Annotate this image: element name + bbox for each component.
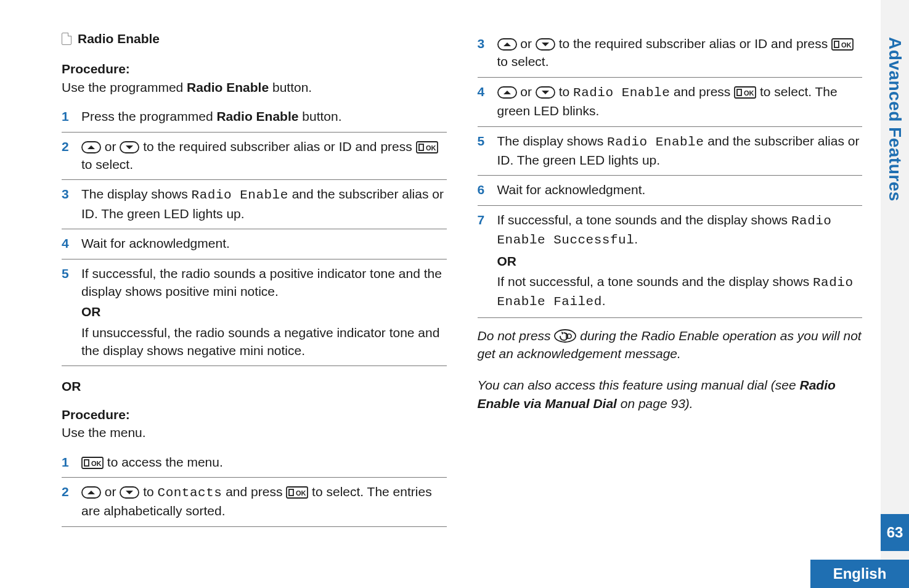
step-text: to the required subscriber alias or ID a… — [555, 36, 831, 51]
step-text: to — [555, 84, 573, 99]
up-arrow-key-icon — [81, 141, 101, 153]
procedure-lead: Use the programmed Radio Enable button. — [62, 78, 447, 96]
step-text: If not successful, a tone sounds and the… — [497, 274, 813, 288]
step-number: 7 — [478, 211, 489, 311]
procedure-lead: Use the menu. — [62, 423, 447, 441]
step-body: If successful, the radio sounds a positi… — [81, 264, 447, 360]
step-text: or — [101, 484, 120, 499]
step-text: button. — [298, 109, 341, 123]
note-paragraph: Do not press during the Radio Enable ope… — [478, 327, 863, 363]
step: 3 The display shows Radio Enable and the… — [62, 179, 447, 229]
note-text: You can also access this feature using m… — [478, 378, 800, 392]
language-label: English — [810, 560, 909, 588]
section-heading: Radio Enable — [62, 30, 447, 47]
left-column: Radio Enable Procedure: Use the programm… — [62, 30, 447, 570]
ok-key-icon — [734, 86, 756, 99]
ok-key-icon — [416, 141, 438, 153]
step: 2 or to the required subscriber alias or… — [62, 132, 447, 180]
step-text: or — [517, 84, 536, 99]
ok-key-icon — [831, 38, 854, 51]
procedure-label: Procedure: — [62, 406, 447, 423]
or-text: OR — [497, 252, 863, 270]
step-number: 2 — [62, 483, 73, 520]
step-mono: Radio Enable — [573, 86, 670, 100]
step-text: to select. — [81, 157, 133, 171]
lead-text: Use the programmed — [62, 80, 187, 94]
step-text: If unsuccessful, the radio sounds a nega… — [81, 324, 447, 360]
step-body: or to the required subscriber alias or I… — [497, 35, 863, 71]
step-text: to — [139, 484, 157, 499]
or-separator: OR — [62, 377, 447, 395]
step-number: 1 — [62, 107, 73, 125]
step-mono: Contacts — [158, 486, 222, 500]
step: 3 or to the required subscriber alias or… — [478, 30, 863, 77]
step: 1 Press the programmed Radio Enable butt… — [62, 102, 447, 131]
step-number: 2 — [62, 137, 73, 174]
step-text: and press — [670, 84, 734, 99]
step-body: If successful, a tone sounds and the dis… — [497, 211, 863, 311]
step-number: 5 — [478, 132, 489, 169]
step-text: to select. — [497, 54, 549, 68]
step-text-line: If not successful, a tone sounds and the… — [497, 272, 863, 311]
step-number: 4 — [62, 234, 73, 252]
ok-key-icon — [81, 457, 104, 469]
step-text: . — [602, 293, 606, 308]
down-arrow-key-icon — [120, 141, 139, 153]
step: 5 The display shows Radio Enable and the… — [478, 126, 863, 176]
step: 4 or to Radio Enable and press to select… — [478, 77, 863, 126]
step-text: to access the menu. — [104, 455, 223, 469]
step-text: Wait for acknowledgment. — [497, 182, 646, 197]
step-body: Press the programmed Radio Enable button… — [81, 107, 447, 125]
step: 5 If successful, the radio sounds a posi… — [62, 259, 447, 367]
step-text: Wait for acknowledgment. — [81, 236, 230, 250]
page-number: 63 — [881, 514, 909, 551]
step-text: If successful, a tone sounds and the dis… — [497, 213, 791, 227]
step-mono: Radio Enable — [607, 135, 704, 149]
document-icon — [62, 33, 71, 45]
heading-text: Radio Enable — [78, 30, 160, 47]
step-number: 4 — [478, 83, 489, 120]
step-body: to access the menu. — [81, 453, 447, 471]
step-body: or to Contacts and press to select. The … — [81, 483, 447, 520]
or-text: OR — [81, 303, 447, 321]
step: 6 Wait for acknowledgment. — [478, 175, 863, 205]
right-column: 3 or to the required subscriber alias or… — [478, 30, 863, 570]
step: 4 Wait for acknowledgment. — [62, 229, 447, 258]
step-text: The display shows — [81, 187, 192, 201]
step-number: 1 — [62, 453, 73, 471]
step-text: . — [634, 232, 638, 246]
step-text: and press — [222, 484, 286, 499]
step-text: If successful, the radio sounds a positi… — [81, 264, 447, 301]
step: 2 or to Contacts and press to select. Th… — [62, 477, 447, 527]
up-arrow-key-icon — [497, 38, 517, 51]
step-body: The display shows Radio Enable and the s… — [497, 132, 863, 169]
step-mono: Radio Enable — [192, 188, 288, 202]
step-bold: Radio Enable — [216, 109, 298, 123]
step-number: 5 — [62, 264, 73, 360]
step-body: Wait for acknowledgment. — [81, 234, 447, 252]
step-number: 6 — [478, 181, 489, 198]
note-text: Do not press — [478, 329, 555, 343]
up-arrow-key-icon — [81, 486, 101, 499]
step-body: or to the required subscriber alias or I… — [81, 137, 447, 174]
note-text: on page 93). — [617, 396, 693, 410]
step-text-line: If successful, a tone sounds and the dis… — [497, 211, 863, 250]
lead-text: button. — [269, 80, 312, 94]
side-tab: Advanced Features — [881, 0, 909, 588]
note-paragraph: You can also access this feature using m… — [478, 376, 863, 412]
step-text: The display shows — [497, 134, 608, 148]
step-body: or to Radio Enable and press to select. … — [497, 83, 863, 120]
step-text: or — [517, 36, 536, 51]
chapter-title: Advanced Features — [885, 37, 905, 202]
step-text: to the required subscriber alias or ID a… — [139, 139, 415, 153]
down-arrow-key-icon — [536, 38, 555, 51]
step-body: The display shows Radio Enable and the s… — [81, 185, 447, 223]
step: 7 If successful, a tone sounds and the d… — [478, 205, 863, 318]
step-text: Press the programmed — [81, 109, 216, 123]
up-arrow-key-icon — [497, 86, 517, 99]
step-number: 3 — [62, 185, 73, 223]
lead-bold: Radio Enable — [187, 80, 269, 94]
step-number: 3 — [478, 35, 489, 71]
procedure-label: Procedure: — [62, 60, 447, 78]
down-arrow-key-icon — [536, 86, 555, 99]
